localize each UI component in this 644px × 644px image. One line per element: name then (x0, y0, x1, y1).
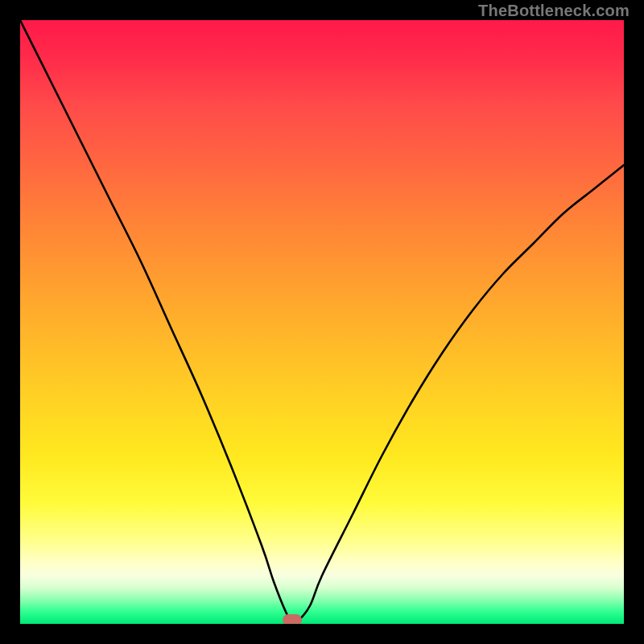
watermark-text: TheBottleneck.com (478, 2, 630, 20)
optimal-marker (283, 614, 302, 624)
bottleneck-curve (20, 20, 624, 624)
chart-frame: TheBottleneck.com (0, 0, 644, 644)
plot-area (20, 20, 624, 624)
